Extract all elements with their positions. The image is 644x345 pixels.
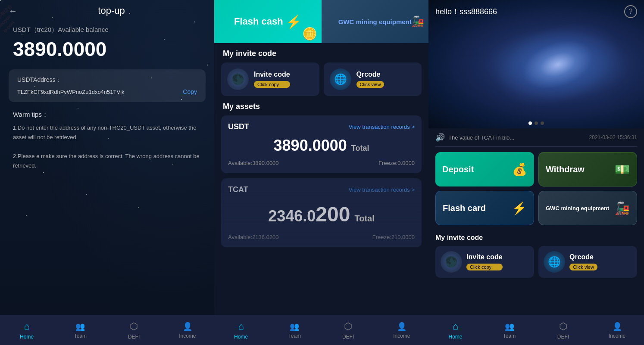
qrcode-avatar: 🌐 (330, 68, 351, 90)
invite-code-action[interactable]: Click copy (254, 81, 290, 88)
flash-cash-text: Flash cash (234, 16, 283, 27)
right-defi-icon: ⬡ (559, 321, 567, 332)
dot-1 (528, 121, 532, 125)
flash-card-icon: ⚡ (512, 201, 527, 215)
right-qrcode-card[interactable]: 🌐 Qrcode Click view (538, 246, 637, 278)
team-icon: 👥 (75, 322, 85, 331)
notification-time: 2021-03-02 15:36:31 (589, 134, 637, 140)
nav-home-label: Home (20, 334, 34, 340)
nav-income[interactable]: 👤 Income (161, 315, 214, 345)
usdt-header: USDT View transaction records > (228, 122, 415, 131)
mid-nav-defi[interactable]: ⬡ DEFI (322, 315, 375, 345)
qrcode-card[interactable]: 🌐 Qrcode Click view (324, 62, 422, 96)
mid-nav-home-label: Home (234, 334, 248, 340)
notification-row: 🔊 The value of TCAT in blo... 2021-03-02… (435, 128, 637, 147)
qrcode-info: Qrcode Click view (356, 71, 385, 88)
mining-card[interactable]: GWC mining equipment 🚂 (538, 191, 637, 225)
second-transaction-link[interactable]: View transaction records > (349, 186, 415, 193)
address-label: USDTAddress： (17, 76, 197, 84)
right-invite-code-label: Invite code (466, 253, 503, 261)
second-freeze: Freeze:210.0000 (372, 234, 415, 240)
withdraw-card[interactable]: Withdraw 💵 (538, 152, 637, 186)
top-bar: ← top-up (0, 0, 214, 22)
second-asset-name: TCAT (228, 185, 248, 194)
speaker-icon: 🔊 (435, 133, 445, 142)
tips-title: Warm tips： (13, 111, 201, 119)
mid-nav-team[interactable]: 👥 Team (268, 315, 321, 345)
right-nav-team[interactable]: 👥 Team (482, 315, 536, 345)
mid-income-icon: 👤 (397, 322, 406, 331)
assets-section: USDT View transaction records > 3890.000… (214, 115, 428, 315)
coin-icon: 🪙 (302, 27, 317, 41)
copy-button[interactable]: Copy (183, 88, 197, 95)
mining-label: GWC mining equipment (546, 205, 609, 211)
address-section: USDTAddress： TLZFkCF9xdRdhPvWPnoZu1dxo4n… (9, 69, 206, 102)
action-grid: Deposit 💰 Withdraw 💵 Flash card ⚡ GWC mi… (435, 147, 637, 230)
gwc-banner[interactable]: GWC mining equipment 🚂 (322, 0, 429, 43)
left-bottom-nav: ⌂ Home 👥 Team ⬡ DEFI 👤 Income (0, 315, 214, 345)
mid-team-icon: 👥 (290, 322, 299, 331)
right-invite-code-action[interactable]: Click copy (466, 264, 503, 270)
nav-team[interactable]: 👥 Team (53, 315, 107, 345)
right-invite-avatar: 🌑 (441, 251, 462, 273)
invite-code-card[interactable]: 🌑 Invite code Click copy (221, 62, 319, 96)
right-qrcode-label: Qrcode (569, 253, 597, 261)
nav-defi-label: DEFI (128, 334, 140, 340)
right-team-icon: 👥 (505, 322, 514, 331)
right-nav-defi[interactable]: ⬡ DEFI (536, 315, 590, 345)
invite-info: Invite code Click copy (254, 71, 290, 88)
gwc-text: GWC mining equipment (338, 18, 412, 25)
withdraw-label: Withdraw (546, 165, 585, 174)
address-row: TLZFkCF9xdRdhPvWPnoZu1dxo4n51TVjk Copy (17, 88, 197, 95)
mid-nav-team-label: Team (288, 333, 301, 339)
flash-card[interactable]: Flash card ⚡ (435, 191, 534, 225)
right-content: 🔊 The value of TCAT in blo... 2021-03-02… (428, 128, 644, 315)
deposit-icon: 💰 (512, 162, 527, 177)
tips-text: 1.Do not enter the address of any non-TR… (13, 123, 201, 171)
deposit-card[interactable]: Deposit 💰 (435, 152, 534, 186)
help-button[interactable]: ? (624, 5, 637, 18)
mid-nav-home[interactable]: ⌂ Home (214, 315, 268, 345)
right-nav-income[interactable]: 👤 Income (590, 315, 644, 345)
right-nav-income-label: Income (609, 333, 625, 339)
qrcode-action[interactable]: Click view (356, 81, 385, 88)
qrcode-label: Qrcode (356, 71, 385, 78)
right-bottom-nav: ⌂ Home 👥 Team ⬡ DEFI 👤 Income (428, 315, 644, 345)
usdt-asset-card: USDT View transaction records > 3890.000… (221, 115, 422, 173)
nav-home[interactable]: ⌂ Home (0, 315, 53, 345)
right-qrcode-action[interactable]: Click view (569, 264, 597, 270)
right-income-icon: 👤 (613, 322, 622, 331)
second-asset-card: TCAT View transaction records > 2346.020… (221, 178, 422, 247)
right-nav-team-label: Team (503, 333, 516, 339)
mid-bottom-nav: ⌂ Home 👥 Team ⬡ DEFI 👤 Income (214, 315, 428, 345)
usdt-freeze: Freeze:0.0000 (378, 160, 415, 166)
dot-3 (541, 121, 544, 125)
balance-section: USDT（trc20）Available balance 3890.0000 (0, 22, 214, 69)
galaxy-spiral (484, 6, 631, 123)
home-icon: ⌂ (24, 321, 29, 332)
dot-2 (535, 121, 538, 125)
right-qrcode-info: Qrcode Click view (569, 253, 597, 270)
nav-defi[interactable]: ⬡ DEFI (107, 315, 161, 345)
mid-nav-income-label: Income (393, 333, 410, 339)
right-invite-code-card[interactable]: 🌑 Invite code Click copy (435, 246, 534, 278)
back-button[interactable]: ← (9, 6, 17, 16)
deposit-label: Deposit (442, 165, 474, 174)
usdt-available: Available:3890.0000 (228, 160, 279, 166)
nav-income-label: Income (179, 333, 196, 339)
income-icon: 👤 (183, 322, 192, 331)
tips-section: Warm tips： 1.Do not enter the address of… (0, 102, 214, 315)
mid-defi-icon: ⬡ (344, 321, 352, 332)
mid-nav-income[interactable]: 👤 Income (375, 315, 428, 345)
right-invite-row: 🌑 Invite code Click copy 🌐 Qrcode Click … (435, 246, 637, 278)
mid-nav-defi-label: DEFI (342, 334, 354, 340)
flash-icon: ⚡ (286, 14, 302, 29)
right-nav-home[interactable]: ⌂ Home (428, 315, 482, 345)
flash-cash-banner[interactable]: Flash cash ⚡ 🪙 (214, 0, 322, 43)
usdt-transaction-link[interactable]: View transaction records > (349, 124, 415, 130)
dots-indicator (428, 118, 644, 128)
mid-panel: Flash cash ⚡ 🪙 GWC mining equipment 🚂 My… (214, 0, 428, 345)
left-panel: 全部有综合douyouip.com ← top-up USDT（trc20）Av… (0, 0, 214, 345)
greeting-text: hello！sss888666 (435, 6, 497, 17)
right-nav-defi-label: DEFI (557, 334, 569, 340)
